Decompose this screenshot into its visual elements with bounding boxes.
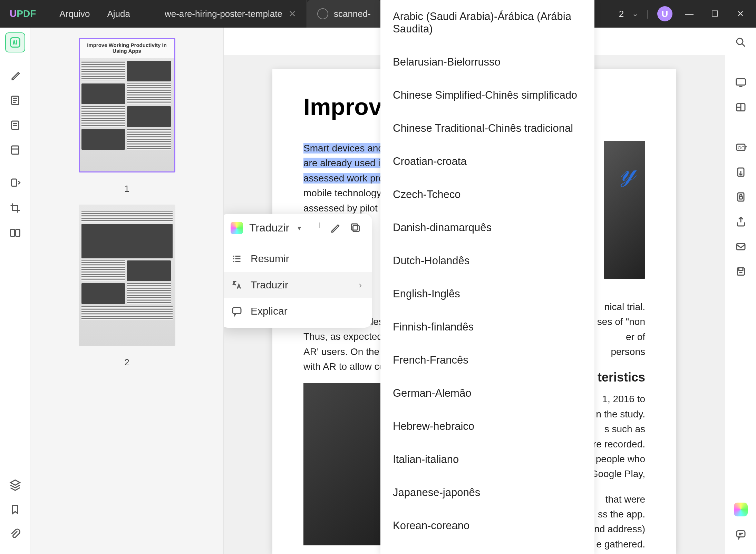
thumbnail-2[interactable]: [79, 205, 175, 346]
thumbnail-panel: Improve Working Productivity in Using Ap…: [30, 28, 224, 554]
svg-point-10: [737, 38, 743, 44]
chevron-down-icon[interactable]: ⌄: [632, 9, 638, 18]
page-tool[interactable]: [5, 140, 25, 160]
main-menu: Arquivo Ajuda: [46, 9, 144, 19]
svg-rect-5: [10, 229, 14, 237]
language-option[interactable]: Belarusian-Bielorrusso: [380, 46, 594, 79]
language-option[interactable]: Dutch-Holandês: [380, 244, 594, 277]
divider: |: [319, 222, 320, 234]
share-tool[interactable]: [731, 212, 751, 232]
list-icon: [231, 253, 243, 265]
thumbnail-2-number: 2: [48, 353, 206, 378]
insert-tool[interactable]: [5, 173, 25, 193]
ai-menu-translate[interactable]: Traduzir ›: [224, 272, 372, 298]
section-heading: teristics: [590, 368, 645, 387]
edit-tool[interactable]: [5, 115, 25, 135]
avatar-letter: U: [662, 9, 668, 19]
titlebar-right: 2 ⌄ | U — ☐ ✕: [619, 6, 756, 21]
svg-rect-8: [351, 224, 358, 230]
svg-rect-4: [11, 179, 17, 186]
chevron-down-icon[interactable]: ▾: [298, 224, 301, 232]
save-tool[interactable]: [731, 261, 751, 281]
tab-status-icon: [317, 8, 328, 19]
language-option[interactable]: Norwegian-norueguês: [380, 542, 594, 554]
tab-scanned[interactable]: scanned-: [307, 0, 381, 28]
protect-tool[interactable]: [731, 187, 751, 207]
language-option[interactable]: Chinese Traditional-Chinês tradicional: [380, 112, 594, 145]
maximize-button[interactable]: ☐: [706, 9, 724, 19]
menu-label: Resumir: [251, 253, 289, 265]
close-icon[interactable]: ✕: [289, 9, 296, 19]
chat-icon: [231, 305, 243, 317]
ocr-tool[interactable]: OCR: [731, 137, 751, 157]
thumb-title: Improve Working Productivity in Using Ap…: [79, 38, 175, 58]
language-option[interactable]: Italian-italiano: [380, 443, 594, 476]
menu-file[interactable]: Arquivo: [59, 9, 90, 19]
language-option[interactable]: Danish-dinamarquês: [380, 211, 594, 244]
language-option[interactable]: Hebrew-hebraico: [380, 410, 594, 443]
text-fragment: e gathered.: [590, 537, 645, 552]
ai-logo-icon: [231, 222, 243, 234]
tab-label: scanned-: [334, 9, 371, 19]
present-tool[interactable]: [731, 72, 751, 92]
thumbnail-1[interactable]: Improve Working Productivity in Using Ap…: [79, 38, 175, 172]
crop-tool[interactable]: [5, 198, 25, 218]
text-fragment: n the study.: [590, 407, 645, 422]
copy-icon[interactable]: [349, 222, 362, 234]
ai-menu-list: Resumir Traduzir › Explicar: [224, 242, 372, 328]
svg-rect-3: [11, 146, 19, 154]
bookmark-tool[interactable]: [5, 499, 25, 520]
language-option[interactable]: Czech-Tcheco: [380, 178, 594, 211]
text-fragment: re recorded.: [590, 437, 645, 452]
panel-tool[interactable]: [731, 97, 751, 117]
tab-label: we-are-hiring-poster-template: [165, 9, 282, 19]
tab-hiring-poster[interactable]: we-are-hiring-poster-template ✕: [154, 0, 307, 28]
language-option[interactable]: English-Inglês: [380, 277, 594, 310]
extract-tool[interactable]: [731, 162, 751, 182]
language-option[interactable]: Chinese Simplified-Chinês simplificado: [380, 79, 594, 112]
chevron-right-icon: ›: [359, 280, 362, 290]
svg-rect-7: [353, 225, 359, 231]
layers-tool[interactable]: [5, 475, 25, 495]
close-button[interactable]: ✕: [732, 9, 749, 19]
app-logo: UPDF: [0, 8, 46, 19]
user-avatar[interactable]: U: [657, 6, 672, 21]
text-fragment: ses of "non: [590, 314, 645, 329]
svg-rect-17: [739, 197, 742, 199]
ai-menu-summarize[interactable]: Resumir: [224, 246, 372, 272]
ai-tool[interactable]: [5, 32, 25, 52]
language-dropdown: Arabic (Saudi Arabia)-Árábica (Arábia Sa…: [380, 0, 594, 554]
text-fragment: er of persons: [590, 329, 645, 359]
text-fragment: 1, 2016 to: [590, 392, 645, 406]
language-option[interactable]: Korean-coreano: [380, 509, 594, 542]
language-option[interactable]: French-Francês: [380, 344, 594, 377]
logo-pdf: PDF: [17, 8, 36, 19]
minimize-button[interactable]: —: [681, 9, 698, 19]
left-toolbar: [0, 28, 30, 554]
ai-popup: Traduzir ▾ | Resumir Traduzir: [224, 214, 372, 328]
attach-tool[interactable]: [5, 524, 25, 544]
search-tool[interactable]: [731, 32, 751, 52]
text-fragment: ss the app.: [590, 507, 645, 522]
menu-label: Explicar: [251, 305, 288, 317]
language-option[interactable]: Arabic (Saudi Arabia)-Árábica (Arábia Sa…: [380, 0, 594, 46]
text-fragment: clinical: [590, 552, 645, 554]
ai-assistant-button[interactable]: [731, 499, 751, 520]
comment-tool[interactable]: [731, 524, 751, 544]
mail-tool[interactable]: [731, 237, 751, 257]
highlighter-icon[interactable]: [329, 222, 341, 234]
page-count: 2: [619, 9, 624, 19]
highlighter-tool[interactable]: [5, 66, 25, 86]
right-toolbar: OCR: [725, 28, 756, 554]
ai-menu-explain[interactable]: Explicar: [224, 298, 372, 324]
compare-tool[interactable]: [5, 223, 25, 243]
menu-help[interactable]: Ajuda: [107, 9, 130, 19]
logo-u: U: [10, 8, 17, 19]
language-option[interactable]: Finnish-finlandês: [380, 310, 594, 344]
language-option[interactable]: Japanese-japonês: [380, 476, 594, 509]
language-option[interactable]: German-Alemão: [380, 377, 594, 410]
ai-popup-title[interactable]: Traduzir: [249, 221, 289, 234]
language-option[interactable]: Croatian-croata: [380, 145, 594, 178]
annotation-scribble: 𝓎: [618, 155, 636, 188]
note-tool[interactable]: [5, 90, 25, 110]
